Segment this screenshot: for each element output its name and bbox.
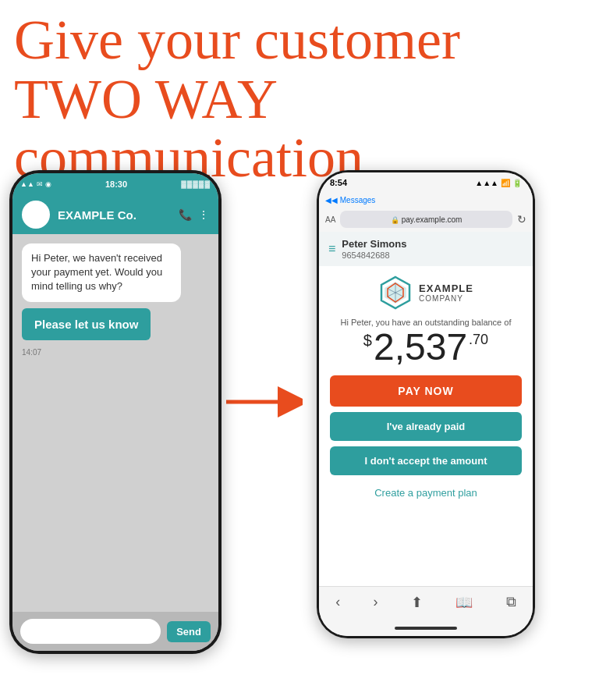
- ios-balance-area: Hi Peter, you have an outstanding balanc…: [319, 314, 533, 371]
- android-app-header: EXAMPLE Co. 📞 ⋮: [12, 195, 218, 234]
- share-icon[interactable]: ⬆: [411, 594, 423, 611]
- hero-line2: TWO WAY: [14, 70, 460, 130]
- android-status-right: ▓▓▓▓▓: [181, 180, 211, 188]
- arrow: [225, 382, 303, 421]
- ios-aa-label: AA: [325, 215, 335, 224]
- ios-home-indicator: [319, 620, 533, 636]
- dollar-sign: $: [363, 332, 372, 350]
- home-indicator-bar: [395, 627, 457, 630]
- amount-main: 2,537: [374, 329, 467, 366]
- hero-line1: Give your customer: [14, 11, 460, 70]
- company-logo: EXAMPLE COMPANY: [378, 275, 473, 310]
- back-label[interactable]: ◀ Messages: [331, 196, 375, 204]
- ios-back-bar: ◀ ◀ Messages: [319, 193, 533, 207]
- user-name: Peter Simons: [342, 238, 406, 251]
- already-paid-button[interactable]: I've already paid: [330, 412, 522, 441]
- tabs-icon[interactable]: ⧉: [506, 594, 516, 610]
- ios-logo-area: EXAMPLE COMPANY: [319, 266, 533, 314]
- balance-amount: $ 2,537 .70: [328, 329, 523, 366]
- android-header-title: EXAMPLE Co.: [58, 208, 171, 222]
- android-chat-area: Hi Peter, we haven't received your payme…: [12, 234, 218, 612]
- back-nav-icon[interactable]: ‹: [335, 594, 340, 610]
- balance-label: Hi Peter, you have an outstanding balanc…: [328, 318, 523, 327]
- iphone: 8:54 ▲▲▲ 📶 🔋 ◀ ◀ Messages AA 🔒 pay.examp…: [317, 170, 535, 638]
- ios-status-right: ▲▲▲ 📶 🔋: [475, 179, 522, 187]
- android-avatar: [22, 201, 50, 229]
- phone-icon[interactable]: 📞: [179, 208, 192, 221]
- hamburger-icon[interactable]: ≡: [328, 242, 335, 256]
- android-phone: ▲▲ ✉ ◉ 18:30 ▓▓▓▓▓ EXAMPLE Co. 📞 ⋮ Hi Pe…: [9, 170, 222, 654]
- company-subtitle: COMPANY: [419, 294, 473, 303]
- reload-icon[interactable]: ↻: [517, 213, 526, 226]
- url-value: pay.example.com: [402, 215, 463, 224]
- ios-content-spacer: [319, 505, 533, 586]
- android-status-time: 18:30: [105, 179, 127, 189]
- android-send-button[interactable]: Send: [167, 621, 211, 642]
- lock-icon: 🔒: [391, 216, 399, 224]
- chat-message-bubble: Hi Peter, we haven't received your payme…: [22, 243, 181, 302]
- android-header-icons: 📞 ⋮: [179, 208, 209, 221]
- more-icon[interactable]: ⋮: [198, 208, 209, 221]
- signal-icon: ▲▲▲: [475, 179, 498, 187]
- hero-title: Give your customer TWO WAY communication: [14, 11, 460, 188]
- ios-url-box[interactable]: 🔒 pay.example.com: [340, 211, 512, 228]
- android-input-bar: Send: [12, 612, 218, 651]
- user-info: Peter Simons 9654842688: [342, 238, 406, 260]
- ios-status-bar: 8:54 ▲▲▲ 📶 🔋: [319, 172, 533, 193]
- android-message-input[interactable]: [20, 619, 161, 644]
- ios-url-text: 🔒 pay.example.com: [391, 215, 462, 224]
- android-status-bar: ▲▲ ✉ ◉ 18:30 ▓▓▓▓▓: [12, 173, 218, 195]
- payment-plan-button[interactable]: Create a payment plan: [330, 481, 522, 505]
- ios-page-header: ≡ Peter Simons 9654842688: [319, 232, 533, 266]
- forward-nav-icon[interactable]: ›: [374, 594, 378, 610]
- pay-now-button[interactable]: PAY NOW: [330, 375, 522, 407]
- dont-accept-button[interactable]: I don't accept the amount: [330, 446, 522, 475]
- ios-status-time: 8:54: [330, 178, 347, 187]
- amount-cents: .70: [469, 332, 488, 348]
- ios-address-bar: AA 🔒 pay.example.com ↻: [319, 207, 533, 232]
- hex-logo-svg: [378, 275, 413, 310]
- company-name-block: EXAMPLE COMPANY: [419, 282, 473, 303]
- battery-icon: 🔋: [512, 179, 522, 187]
- ios-bottom-nav: ‹ › ⬆ 📖 ⧉: [319, 586, 533, 620]
- android-status-left: ▲▲ ✉ ◉: [20, 180, 51, 188]
- bookmarks-icon[interactable]: 📖: [455, 594, 473, 611]
- please-let-us-know-button[interactable]: Please let us know: [22, 308, 151, 340]
- wifi-icon: 📶: [501, 179, 510, 187]
- ios-buttons-area: PAY NOW I've already paid I don't accept…: [319, 371, 533, 505]
- back-icon: ◀: [325, 196, 331, 204]
- chat-timestamp: 14:07: [22, 348, 41, 357]
- company-name: EXAMPLE: [419, 282, 473, 294]
- user-phone: 9654842688: [342, 251, 406, 260]
